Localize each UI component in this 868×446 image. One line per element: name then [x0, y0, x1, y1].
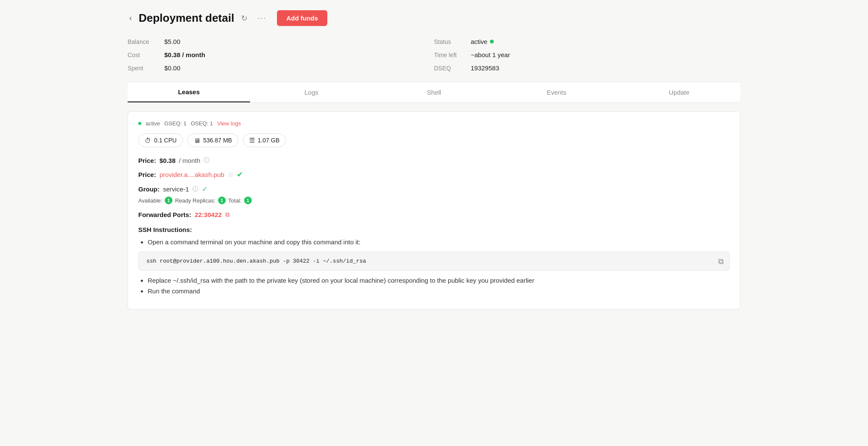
group-name: service-1 — [163, 185, 189, 193]
balance-label: Balance — [128, 38, 157, 45]
balance-row: Balance $5.00 — [128, 38, 434, 45]
tabs-bar: Leases Logs Shell Events Update — [128, 82, 740, 103]
cpu-badge: ⏱ 0.1 CPU — [138, 133, 183, 147]
total-count: 1 — [244, 197, 252, 204]
ssh-step-3: Run the command — [148, 287, 730, 295]
price-period: / month — [179, 157, 200, 164]
spent-row: Spent $0.00 — [128, 64, 434, 72]
storage-value: 1.07 GB — [258, 137, 280, 144]
cpu-icon: ⏱ — [145, 137, 151, 144]
cost-row: Cost $0.38 / month — [128, 51, 434, 58]
meta-right: Status active Time left ~about 1 year DS… — [434, 38, 740, 72]
lease-content: active GSEQ: 1 OSEQ: 1 View logs ⏱ 0.1 C… — [128, 111, 740, 310]
status-row: Status active — [434, 38, 740, 45]
ssh-instructions: SSH Instructions: Open a command termina… — [138, 226, 730, 295]
price-row: Price: $0.38 / month ⓘ — [138, 156, 730, 164]
page-header: ‹ Deployment detail ↻ ··· Add funds — [128, 10, 740, 26]
ssh-list-2: Replace ~/.ssh/id_rsa with the path to t… — [138, 277, 730, 295]
available-count: 1 — [165, 197, 172, 204]
view-logs-link[interactable]: View logs — [217, 120, 241, 127]
tab-events[interactable]: Events — [495, 82, 618, 102]
memory-badge: 🖥 536.87 MB — [187, 133, 239, 147]
provider-link[interactable]: provider.a....akash.pub — [160, 171, 224, 178]
verified-icon: ✔ — [237, 170, 243, 179]
cost-label: Cost — [128, 52, 157, 58]
lease-gseq: GSEQ: 1 — [164, 120, 186, 127]
ssh-title: SSH Instructions: — [138, 226, 730, 233]
page-title: Deployment detail — [139, 12, 234, 25]
ssh-step-2: Replace ~/.ssh/id_rsa with the path to t… — [148, 277, 730, 284]
group-check-icon: ✓ — [202, 185, 207, 193]
dseq-label: DSEQ — [434, 65, 464, 72]
lease-status-dot — [138, 122, 141, 125]
group-info-icon[interactable]: ⓘ — [192, 185, 198, 193]
ports-row: Forwarded Ports: 22:30422 ⧉ — [138, 211, 730, 218]
price-amount: $0.38 — [160, 157, 176, 164]
resource-badges: ⏱ 0.1 CPU 🖥 536.87 MB ☰ 1.07 GB — [138, 133, 730, 147]
time-left-value: ~about 1 year — [471, 51, 510, 58]
lease-header-bar: active GSEQ: 1 OSEQ: 1 View logs — [138, 120, 730, 127]
storage-icon: ☰ — [249, 136, 255, 144]
star-icon[interactable]: ☆ — [227, 171, 233, 179]
more-button[interactable]: ··· — [254, 12, 270, 24]
replicas-row: Available: 1 Ready Replicas: 1 Total: 1 — [138, 197, 730, 204]
provider-row: Price: provider.a....akash.pub ☆ ✔ — [138, 170, 730, 179]
ssh-command-block: ssh root@provider.a100.hou.den.akash.pub… — [138, 252, 730, 271]
dseq-row: DSEQ 19329583 — [434, 64, 740, 72]
ready-label: Ready Replicas: — [175, 197, 216, 204]
provider-label: Price: — [138, 171, 156, 178]
cost-value: $0.38 / month — [164, 51, 205, 58]
spent-value: $0.00 — [164, 64, 181, 72]
total-label: Total: — [228, 197, 242, 204]
external-link-icon[interactable]: ⧉ — [225, 211, 230, 218]
meta-left: Balance $5.00 Cost $0.38 / month Spent $… — [128, 38, 434, 72]
price-label: Price: — [138, 157, 156, 164]
tab-logs[interactable]: Logs — [250, 82, 373, 102]
group-label: Group: — [138, 185, 160, 193]
tab-update[interactable]: Update — [618, 82, 740, 102]
balance-value: $5.00 — [164, 38, 181, 45]
tab-leases[interactable]: Leases — [128, 82, 250, 102]
group-row: Group: service-1 ⓘ ✓ — [138, 185, 730, 193]
ssh-step-1: Open a command terminal on your machine … — [148, 238, 730, 246]
ports-label: Forwarded Ports: — [138, 211, 191, 218]
status-label: Status — [434, 38, 464, 45]
refresh-button[interactable]: ↻ — [239, 12, 249, 25]
ready-count: 1 — [218, 197, 226, 204]
lease-oseq: OSEQ: 1 — [191, 120, 213, 127]
time-left-label: Time left — [434, 52, 464, 58]
ssh-list: Open a command terminal on your machine … — [138, 238, 730, 246]
ports-value: 22:30422 — [195, 211, 221, 218]
ssh-command-text: ssh root@provider.a100.hou.den.akash.pub… — [138, 252, 730, 271]
dseq-value: 19329583 — [471, 64, 499, 72]
storage-badge: ☰ 1.07 GB — [243, 133, 286, 147]
status-value: active — [471, 38, 494, 45]
meta-info: Balance $5.00 Cost $0.38 / month Spent $… — [128, 38, 740, 72]
add-funds-button[interactable]: Add funds — [277, 10, 327, 26]
memory-icon: 🖥 — [194, 137, 200, 144]
price-info-icon[interactable]: ⓘ — [204, 156, 210, 164]
lease-status-text: active — [146, 120, 160, 127]
time-left-row: Time left ~about 1 year — [434, 51, 740, 58]
copy-command-button[interactable]: ⧉ — [718, 257, 724, 266]
tab-shell[interactable]: Shell — [373, 82, 495, 102]
memory-value: 536.87 MB — [203, 137, 232, 144]
back-button[interactable]: ‹ — [128, 12, 134, 24]
cpu-value: 0.1 CPU — [154, 137, 177, 144]
available-label: Available: — [138, 197, 162, 204]
spent-label: Spent — [128, 65, 157, 72]
status-dot — [490, 40, 494, 43]
